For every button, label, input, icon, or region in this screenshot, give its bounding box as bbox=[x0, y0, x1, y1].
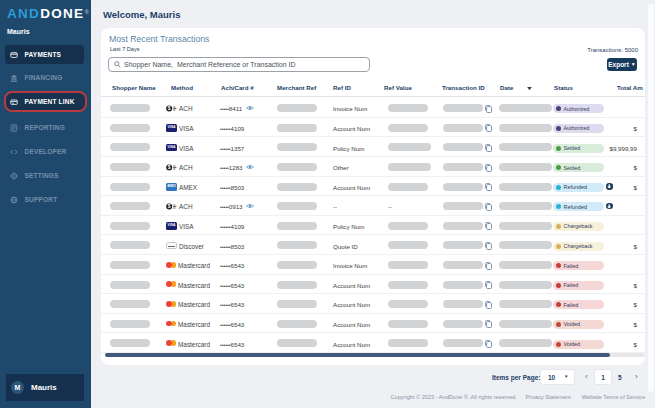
svg-text:$: $ bbox=[168, 164, 171, 170]
svg-text:$: $ bbox=[168, 203, 171, 209]
svg-text:$: $ bbox=[168, 105, 171, 111]
